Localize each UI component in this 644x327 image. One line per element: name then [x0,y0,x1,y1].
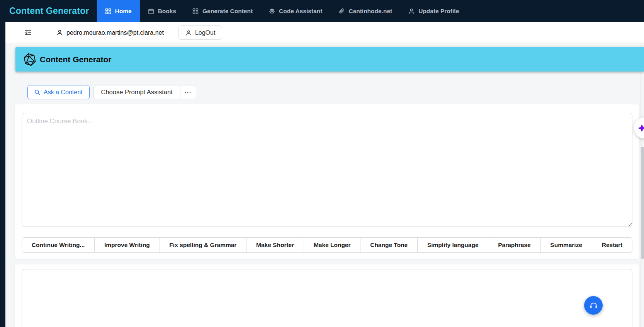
nav-item-code-assistant[interactable]: Code Assistant [261,0,330,22]
top-navbar: Content Generator Home Books Generate Co… [0,0,644,22]
nav-item-cantinhode-net[interactable]: Cantinhode.net [330,0,400,22]
ask-content-button[interactable]: Ask a Content [27,85,90,99]
choose-prompt-assistant-button[interactable]: Choose Prompt Assistant [94,85,180,99]
improve-writing-button[interactable]: Improve Writing [95,237,160,253]
change-tone-button[interactable]: Change Tone [360,237,418,253]
gear-icon [269,8,275,14]
nav-item-books[interactable]: Books [140,0,184,22]
user-email: pedro.mourao.martins@pt.clara.net [56,29,164,36]
user-icon [408,8,415,14]
page-title: Content Generator [40,55,112,64]
ask-content-label: Ask a Content [44,89,83,96]
headphones-icon [589,301,598,310]
paperclip-icon [338,8,345,14]
main-nav: Home Books Generate Content Code Assista… [97,0,467,22]
nav-label: Cantinhode.net [348,8,392,15]
simplify-language-button[interactable]: Simplify language [418,237,488,253]
nav-label: Code Assistant [279,8,322,15]
polyhedron-icon [22,51,38,68]
support-headphones-button[interactable] [584,296,603,315]
nav-label: Books [158,8,176,15]
search-icon [34,89,40,95]
summarize-button[interactable]: Summarize [541,237,592,253]
grid-icon [105,8,111,14]
menu-fold-icon [24,29,32,36]
continue-writing-button[interactable]: Continue Writing... [22,237,95,253]
nav-label: Home [115,8,132,15]
generated-content-panel [22,269,632,327]
nav-item-update-profile[interactable]: Update Profile [400,0,467,22]
user-icon [56,29,63,36]
collapsed-sidebar [0,22,5,327]
nav-label: Update Profile [418,8,459,15]
user-email-text: pedro.mourao.martins@pt.clara.net [66,29,164,36]
user-bar: pedro.mourao.martins@pt.clara.net LogOut [5,22,644,43]
nav-item-home[interactable]: Home [97,0,140,22]
app-brand: Content Generator [0,6,97,16]
nav-label: Generate Content [202,8,253,15]
page-content: Content Generator Ask a Content Choose P… [5,47,644,327]
grid-icon [192,8,199,14]
output-card [14,264,640,327]
paraphrase-button[interactable]: Paraphrase [488,237,540,253]
make-shorter-button[interactable]: Make Shorter [246,237,304,253]
more-options-button[interactable]: ⋯ [180,85,196,99]
content-editor-textarea[interactable] [22,113,632,227]
logout-label: LogOut [195,29,215,36]
page-header-banner: Content Generator [15,47,644,72]
restart-button[interactable]: Restart [592,237,632,253]
writing-actions-group: Continue Writing... Improve Writing Fix … [22,237,632,253]
make-longer-button[interactable]: Make Longer [304,237,360,253]
prompt-toolbar: Ask a Content Choose Prompt Assistant ⋯ [27,85,644,99]
menu-fold-button[interactable] [24,29,32,36]
user-icon [185,30,192,36]
editor-card: Continue Writing... Improve Writing Fix … [14,104,640,259]
fix-spelling-grammar-button[interactable]: Fix spelling & Grammar [160,237,247,253]
sparkle-icon [637,124,644,133]
nav-item-generate-content[interactable]: Generate Content [184,0,261,22]
logout-button[interactable]: LogOut [178,26,222,40]
choose-prompt-group: Choose Prompt Assistant ⋯ [93,85,196,99]
calendar-icon [148,8,154,14]
